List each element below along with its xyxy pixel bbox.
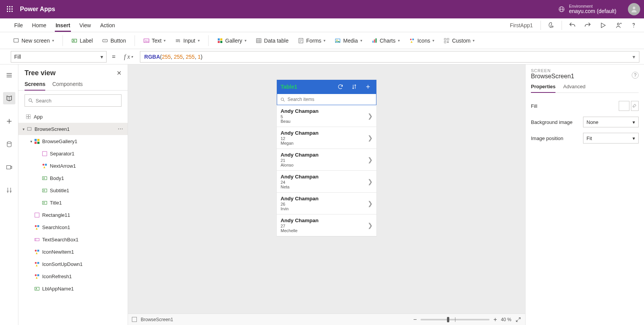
play-icon[interactable] <box>596 19 610 32</box>
fill-color-swatch[interactable] <box>619 101 629 111</box>
item-subtitle: 12 <box>281 136 368 141</box>
tree-search-input[interactable] <box>36 98 118 104</box>
prop-tab-advanced[interactable]: Advanced <box>563 84 585 92</box>
environment-picker[interactable]: Environment enayu.com (default) <box>558 4 616 14</box>
prop-tab-properties[interactable]: Properties <box>531 84 555 92</box>
fit-to-window-icon[interactable] <box>515 317 521 323</box>
data-table-button[interactable]: Data table <box>252 36 292 45</box>
tree-node-iconsortupdown1[interactable]: IconSortUpDown1 <box>18 258 128 270</box>
svg-rect-81 <box>37 225 39 227</box>
forms-button[interactable]: Forms▾ <box>294 36 330 45</box>
property-selector[interactable]: Fill ▾ <box>11 51 107 63</box>
custom-button[interactable]: Custom▾ <box>440 36 478 45</box>
tree-search[interactable] <box>25 94 122 107</box>
media-button[interactable]: Media▾ <box>331 36 366 45</box>
user-avatar[interactable] <box>628 3 640 15</box>
chevron-right-icon[interactable]: ❯ <box>368 112 373 120</box>
tree-node-iconnewitem1[interactable]: IconNewItem1 <box>18 246 128 258</box>
charts-button[interactable]: Charts▾ <box>368 36 404 45</box>
chevron-down-icon[interactable]: ▾ <box>21 127 26 131</box>
fill-color-picker[interactable] <box>631 101 639 111</box>
tree-node-searchicon1[interactable]: SearchIcon1 <box>18 221 128 233</box>
tree-tab-components[interactable]: Components <box>52 81 82 90</box>
menu-home[interactable]: Home <box>28 18 51 32</box>
redo-icon[interactable] <box>581 19 594 32</box>
undo-icon[interactable] <box>566 19 579 32</box>
more-icon[interactable]: ⋯ <box>118 126 124 132</box>
tree-node-iconrefresh1[interactable]: IconRefresh1 <box>18 270 128 282</box>
gallery-item[interactable]: Andy Champan12Megan❯ <box>277 127 376 149</box>
select-checkbox[interactable] <box>132 317 137 322</box>
svg-rect-72 <box>37 142 39 144</box>
text-button[interactable]: Abc Text▾ <box>140 36 170 45</box>
tree-node-nextarrow1[interactable]: NextArrow1 <box>18 160 128 172</box>
phone-search-input[interactable] <box>288 97 373 102</box>
phone-preview[interactable]: Table1 Andy Champan5Beau❯Andy Champan12M… <box>277 80 376 236</box>
tree-node-body1[interactable]: Body1 <box>18 172 128 184</box>
item-subtitle: 24 <box>281 180 368 185</box>
icons-button[interactable]: Icons▾ <box>405 36 438 45</box>
gallery-item[interactable]: Andy Champan21Alonso❯ <box>277 149 376 171</box>
share-icon[interactable] <box>612 19 625 32</box>
chevron-right-icon[interactable]: ❯ <box>368 200 373 207</box>
icons-label: Icons <box>417 38 430 44</box>
zoom-out-icon[interactable]: − <box>413 316 417 323</box>
zoom-slider[interactable] <box>421 319 490 320</box>
chevron-right-icon[interactable]: ❯ <box>368 222 373 229</box>
gallery-button[interactable]: Gallery▾ <box>213 36 250 45</box>
zoom-in-icon[interactable]: + <box>493 316 497 323</box>
phone-search[interactable] <box>277 94 376 105</box>
footer-breadcrumb[interactable]: BrowseScreen1 <box>141 317 173 322</box>
tree-node-lblappname1[interactable]: LblAppName1 <box>18 282 128 295</box>
help-icon[interactable] <box>627 19 640 32</box>
menu-view[interactable]: View <box>75 18 95 32</box>
gallery-item[interactable]: Andy Champan26Irvin❯ <box>277 193 376 214</box>
tree-node-subtitle1[interactable]: Subtitle1 <box>18 184 128 196</box>
label-node-icon <box>34 285 40 292</box>
app-checker-icon[interactable] <box>545 19 558 32</box>
canvas[interactable]: Table1 Andy Champan5Beau❯Andy Champan12M… <box>128 64 525 325</box>
tree-node-browsescreen1[interactable]: ▾ BrowseScreen1 ⋯ <box>18 123 128 135</box>
imgpos-select[interactable]: Fit▾ <box>583 133 639 144</box>
tools-rail-icon[interactable] <box>3 184 15 196</box>
fx-icon[interactable]: f x▾ <box>121 51 136 63</box>
svg-text:Abc: Abc <box>145 40 148 42</box>
close-icon[interactable]: ✕ <box>117 69 122 77</box>
new-screen-button[interactable]: New screen▾ <box>9 36 58 45</box>
tree-node-separator1[interactable]: Separator1 <box>18 147 128 160</box>
menu-insert[interactable]: Insert <box>51 18 75 32</box>
tree-node-title1[interactable]: Title1 <box>18 196 128 209</box>
tree-node-textsearchbox1[interactable]: TextSearchBox1 <box>18 233 128 246</box>
media-rail-icon[interactable] <box>3 161 15 173</box>
menu-action[interactable]: Action <box>95 18 120 32</box>
formula-input[interactable]: RGBA(255, 255, 255, 1) ▾ <box>140 51 639 63</box>
menu-file[interactable]: File <box>10 18 28 32</box>
refresh-icon[interactable] <box>336 82 345 91</box>
add-icon[interactable] <box>363 82 373 91</box>
chevron-right-icon[interactable]: ❯ <box>368 134 373 142</box>
gallery-item[interactable]: Andy Champan5Beau❯ <box>277 105 376 127</box>
chevron-right-icon[interactable]: ❯ <box>368 156 373 163</box>
data-rail-icon[interactable] <box>3 138 15 150</box>
button-button[interactable]: Button <box>98 36 130 45</box>
chevron-right-icon[interactable]: ❯ <box>368 178 373 185</box>
chevron-down-icon[interactable]: ▾ <box>28 139 34 144</box>
waffle-icon[interactable] <box>4 3 16 15</box>
tree-view-icon[interactable] <box>3 92 15 104</box>
tree-tab-screens[interactable]: Screens <box>25 81 45 90</box>
info-icon[interactable]: ? <box>632 72 639 79</box>
hamburger-icon[interactable] <box>3 69 15 81</box>
sort-icon[interactable] <box>350 82 359 91</box>
item-title: Andy Champan <box>281 218 368 223</box>
tree-node-rectangle11[interactable]: Rectangle11 <box>18 209 128 221</box>
insert-rail-icon[interactable] <box>3 115 15 127</box>
gallery-item[interactable]: Andy Champan24Neta❯ <box>277 171 376 193</box>
svg-rect-50 <box>447 38 449 40</box>
label-button[interactable]: Label <box>67 36 97 45</box>
tree-node-browsegallery1[interactable]: ▾ BrowseGallery1 <box>18 135 128 147</box>
item-subtitle: 5 <box>281 114 368 119</box>
input-button[interactable]: Input▾ <box>171 36 203 45</box>
gallery-item[interactable]: Andy Champan27Mechelle❯ <box>277 214 376 236</box>
bgimage-select[interactable]: None▾ <box>583 117 639 127</box>
tree-node-app[interactable]: App <box>18 111 128 123</box>
